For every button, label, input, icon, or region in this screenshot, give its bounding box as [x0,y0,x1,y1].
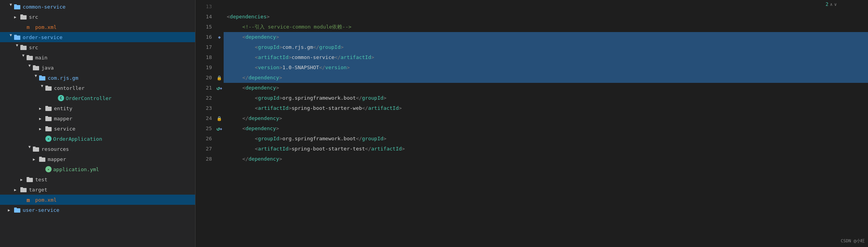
svg-rect-11 [33,65,36,66]
svg-rect-28 [20,188,27,192]
sidebar-label-src-1: src [29,14,38,20]
folder-icon [27,55,34,60]
svg-rect-23 [33,147,36,148]
svg-rect-4 [14,36,20,40]
sidebar-item-mapper-src[interactable]: ▶ mapper [0,113,195,123]
svg-rect-17 [45,106,48,107]
yml-icon: ✦ [45,166,52,172]
folder-icon [45,85,52,91]
code-line-18: <artifactId>common-service</artifactId> [224,52,868,63]
sidebar-label-mapper-src: mapper [54,116,72,122]
svg-rect-19 [45,116,48,117]
folder-icon [20,187,27,192]
sidebar-label-order-controller: OrderController [66,95,111,101]
folder-icon [33,146,40,152]
expand-arrow: ▶ [8,208,14,212]
sidebar-label-test: test [35,177,47,183]
expand-arrow: ▶ [39,127,45,131]
java-icon: C [58,95,64,101]
sidebar-item-service[interactable]: ▶ service [0,123,195,134]
gutter-git-25: ↺ ◆ [215,123,224,134]
expand-arrow: ▶ [39,106,45,111]
svg-rect-1 [14,4,17,5]
folder-icon [14,4,21,9]
svg-rect-26 [27,178,33,182]
sidebar-label-java: java [41,65,54,71]
expand-arrow: ▶ [20,177,27,182]
editor-gutter: ◆ 🔒 ↺ ◆ 🔒 ↺ ◆ [215,0,224,247]
sidebar-label-pom-1: pom.xml [35,24,57,30]
sidebar-label-src-2: src [29,45,38,50]
sidebar-item-order-application[interactable]: ✦ OrderApplication [0,134,195,144]
sidebar-item-src-1[interactable]: ▶ src [0,12,195,22]
expand-arrow: ▶ [14,188,20,192]
expand-arrow: ▶ [9,34,13,40]
gutter-lock-24: 🔒 [215,113,224,123]
sidebar-item-order-controller[interactable]: C OrderController [0,93,195,103]
sidebar-label-contorller: contorller [54,85,84,91]
folder-icon [39,156,46,162]
sidebar-item-main[interactable]: ▶ main [0,52,195,63]
svg-rect-14 [45,86,52,91]
sidebar-label-common-service: common-service [23,4,66,10]
folder-icon [45,116,52,121]
folder-icon [39,75,46,81]
svg-rect-3 [20,14,23,16]
sidebar-item-pom-2[interactable]: m pom.xml [0,195,195,205]
code-line-19: <version>1.0-SNAPSHOT</version> [224,63,868,73]
gutter-lock-20: 🔒 [215,73,224,83]
code-line-17: <groupId>com.rjs.gm</groupId> [224,42,868,52]
sidebar-item-order-service[interactable]: ▶ order-service [0,32,195,42]
folder-icon [14,207,21,213]
line-numbers: 13 14 15 16 17 18 19 20 21 22 23 24 25 2… [195,0,215,247]
sidebar-item-target[interactable]: ▶ target [0,184,195,195]
sidebar-item-common-service[interactable]: ▶ common-service [0,2,195,12]
svg-rect-21 [45,126,48,127]
sidebar-item-test[interactable]: ▶ test [0,174,195,184]
error-count: 2 [826,2,829,7]
sidebar-label-target: target [29,187,47,193]
file-tree: ▶ common-service ▶ src m pom.xml ▶ order… [0,0,195,247]
code-line-20: </dependency> [224,73,868,83]
editor-content: 13 14 15 16 17 18 19 20 21 22 23 24 25 2… [195,0,868,247]
expand-arrow: ▶ [22,54,26,61]
sidebar-label-com-rjs-gm: com.rjs.gm [48,75,78,81]
sidebar-item-resources[interactable]: ▶ resources [0,144,195,154]
code-line-14: <dependencies> [224,12,868,22]
expand-arrow: ▶ [15,44,20,50]
up-arrow[interactable]: ∧ [830,2,833,7]
svg-rect-7 [20,45,23,46]
sidebar-item-mapper-res[interactable]: ▶ mapper [0,154,195,164]
sidebar-item-user-service[interactable]: ▶ user-service [0,205,195,215]
sidebar-item-application-yml[interactable]: ✦ application.yml [0,164,195,174]
svg-rect-2 [20,15,27,20]
xml-icon: m [27,24,34,30]
sidebar-item-java[interactable]: ▶ java [0,63,195,73]
sidebar-label-mapper-res: mapper [48,156,66,162]
svg-rect-29 [20,187,23,188]
svg-rect-31 [14,208,17,209]
svg-rect-8 [27,56,33,60]
watermark: CSDN @小旺 [841,238,865,244]
sidebar-item-com-rjs-gm[interactable]: ▶ com.rjs.gm [0,73,195,83]
sidebar-item-contorller[interactable]: ▶ contorller [0,83,195,93]
code-line-27: <artifactId>spring-boot-starter-test</ar… [224,144,868,154]
expand-arrow: ▶ [9,4,13,10]
folder-icon [20,45,27,50]
error-badge: 2 ∧ ∨ [826,2,837,7]
sidebar-label-user-service: user-service [23,207,59,213]
svg-rect-20 [45,127,52,131]
sidebar-item-entity[interactable]: ▶ entity [0,103,195,113]
code-line-25: <dependency> [224,123,868,134]
sidebar-item-pom-1[interactable]: m pom.xml [0,22,195,32]
sidebar-label-application-yml: application.yml [53,166,99,172]
expand-arrow: ▶ [34,75,38,81]
svg-rect-10 [33,66,39,70]
sidebar-item-src-2[interactable]: ▶ src [0,42,195,52]
down-arrow[interactable]: ∨ [834,2,837,7]
svg-rect-24 [39,158,45,162]
code-line-28: </dependency> [224,154,868,164]
sidebar-label-order-service: order-service [23,34,63,40]
code-line-24: </dependency> [224,113,868,123]
sidebar-label-order-application: OrderApplication [53,136,102,142]
